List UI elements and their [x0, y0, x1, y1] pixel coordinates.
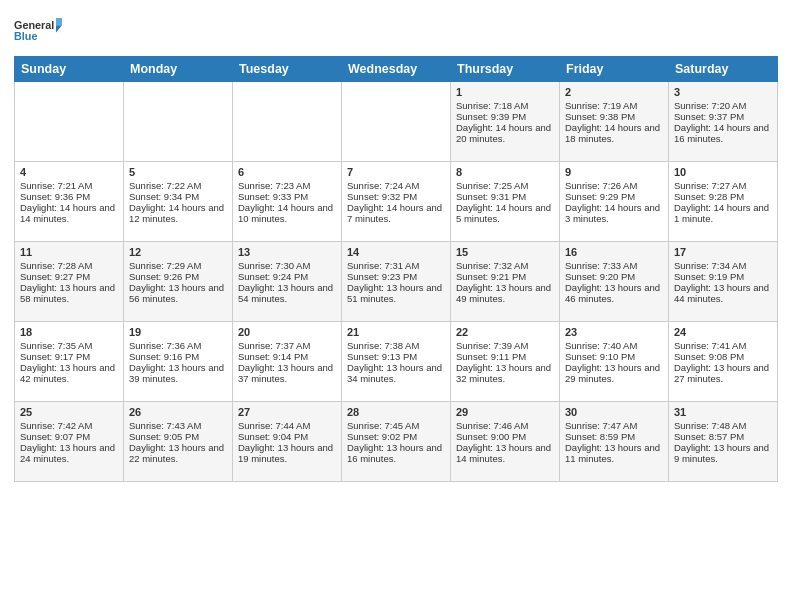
- calendar-cell: 17Sunrise: 7:34 AMSunset: 9:19 PMDayligh…: [669, 242, 778, 322]
- calendar-cell: 16Sunrise: 7:33 AMSunset: 9:20 PMDayligh…: [560, 242, 669, 322]
- day-info: Sunset: 9:20 PM: [565, 271, 663, 282]
- day-info: Sunset: 9:17 PM: [20, 351, 118, 362]
- day-number: 10: [674, 166, 772, 178]
- day-info: Daylight: 13 hours and 9 minutes.: [674, 442, 772, 464]
- col-header-sunday: Sunday: [15, 57, 124, 82]
- day-info: Daylight: 13 hours and 37 minutes.: [238, 362, 336, 384]
- day-info: Daylight: 13 hours and 24 minutes.: [20, 442, 118, 464]
- day-info: Sunrise: 7:18 AM: [456, 100, 554, 111]
- day-info: Sunrise: 7:27 AM: [674, 180, 772, 191]
- day-info: Daylight: 14 hours and 12 minutes.: [129, 202, 227, 224]
- day-info: Daylight: 13 hours and 32 minutes.: [456, 362, 554, 384]
- calendar-cell: [124, 82, 233, 162]
- day-info: Daylight: 13 hours and 54 minutes.: [238, 282, 336, 304]
- day-info: Sunrise: 7:40 AM: [565, 340, 663, 351]
- day-info: Sunset: 9:19 PM: [674, 271, 772, 282]
- day-number: 14: [347, 246, 445, 258]
- col-header-tuesday: Tuesday: [233, 57, 342, 82]
- calendar-cell: 14Sunrise: 7:31 AMSunset: 9:23 PMDayligh…: [342, 242, 451, 322]
- day-number: 17: [674, 246, 772, 258]
- day-info: Daylight: 14 hours and 7 minutes.: [347, 202, 445, 224]
- day-number: 7: [347, 166, 445, 178]
- calendar-cell: 27Sunrise: 7:44 AMSunset: 9:04 PMDayligh…: [233, 402, 342, 482]
- day-info: Sunrise: 7:30 AM: [238, 260, 336, 271]
- day-info: Sunrise: 7:36 AM: [129, 340, 227, 351]
- day-info: Sunrise: 7:39 AM: [456, 340, 554, 351]
- day-info: Sunset: 9:36 PM: [20, 191, 118, 202]
- calendar-cell: 1Sunrise: 7:18 AMSunset: 9:39 PMDaylight…: [451, 82, 560, 162]
- calendar-cell: 22Sunrise: 7:39 AMSunset: 9:11 PMDayligh…: [451, 322, 560, 402]
- day-info: Sunset: 9:34 PM: [129, 191, 227, 202]
- day-info: Sunset: 9:14 PM: [238, 351, 336, 362]
- day-info: Sunrise: 7:23 AM: [238, 180, 336, 191]
- day-info: Sunset: 9:26 PM: [129, 271, 227, 282]
- page: General Blue SundayMondayTuesdayWednesda…: [0, 0, 792, 490]
- calendar-cell: 18Sunrise: 7:35 AMSunset: 9:17 PMDayligh…: [15, 322, 124, 402]
- header-row: General Blue: [14, 10, 778, 50]
- day-info: Sunrise: 7:19 AM: [565, 100, 663, 111]
- col-header-monday: Monday: [124, 57, 233, 82]
- calendar-cell: 29Sunrise: 7:46 AMSunset: 9:00 PMDayligh…: [451, 402, 560, 482]
- calendar-cell: 10Sunrise: 7:27 AMSunset: 9:28 PMDayligh…: [669, 162, 778, 242]
- day-number: 21: [347, 326, 445, 338]
- calendar-cell: 28Sunrise: 7:45 AMSunset: 9:02 PMDayligh…: [342, 402, 451, 482]
- calendar-cell: 2Sunrise: 7:19 AMSunset: 9:38 PMDaylight…: [560, 82, 669, 162]
- day-info: Sunrise: 7:26 AM: [565, 180, 663, 191]
- calendar-cell: [342, 82, 451, 162]
- day-info: Daylight: 13 hours and 58 minutes.: [20, 282, 118, 304]
- day-info: Daylight: 14 hours and 16 minutes.: [674, 122, 772, 144]
- day-number: 31: [674, 406, 772, 418]
- day-number: 13: [238, 246, 336, 258]
- calendar-cell: 31Sunrise: 7:48 AMSunset: 8:57 PMDayligh…: [669, 402, 778, 482]
- day-info: Sunrise: 7:41 AM: [674, 340, 772, 351]
- day-info: Sunset: 9:32 PM: [347, 191, 445, 202]
- day-number: 27: [238, 406, 336, 418]
- day-info: Sunrise: 7:35 AM: [20, 340, 118, 351]
- day-info: Sunrise: 7:37 AM: [238, 340, 336, 351]
- calendar-table: SundayMondayTuesdayWednesdayThursdayFrid…: [14, 56, 778, 482]
- day-info: Sunrise: 7:47 AM: [565, 420, 663, 431]
- day-number: 22: [456, 326, 554, 338]
- day-info: Daylight: 13 hours and 19 minutes.: [238, 442, 336, 464]
- day-number: 8: [456, 166, 554, 178]
- day-info: Sunset: 9:37 PM: [674, 111, 772, 122]
- calendar-cell: 21Sunrise: 7:38 AMSunset: 9:13 PMDayligh…: [342, 322, 451, 402]
- calendar-cell: 3Sunrise: 7:20 AMSunset: 9:37 PMDaylight…: [669, 82, 778, 162]
- day-info: Sunset: 9:16 PM: [129, 351, 227, 362]
- day-info: Daylight: 13 hours and 11 minutes.: [565, 442, 663, 464]
- col-header-saturday: Saturday: [669, 57, 778, 82]
- day-info: Sunrise: 7:24 AM: [347, 180, 445, 191]
- day-info: Daylight: 13 hours and 42 minutes.: [20, 362, 118, 384]
- svg-marker-2: [56, 18, 62, 25]
- day-number: 6: [238, 166, 336, 178]
- day-info: Sunrise: 7:43 AM: [129, 420, 227, 431]
- day-info: Sunset: 9:02 PM: [347, 431, 445, 442]
- day-number: 1: [456, 86, 554, 98]
- calendar-cell: 19Sunrise: 7:36 AMSunset: 9:16 PMDayligh…: [124, 322, 233, 402]
- day-number: 12: [129, 246, 227, 258]
- day-info: Daylight: 13 hours and 34 minutes.: [347, 362, 445, 384]
- day-info: Sunrise: 7:20 AM: [674, 100, 772, 111]
- day-number: 15: [456, 246, 554, 258]
- day-number: 11: [20, 246, 118, 258]
- day-info: Daylight: 13 hours and 44 minutes.: [674, 282, 772, 304]
- day-info: Daylight: 13 hours and 49 minutes.: [456, 282, 554, 304]
- day-info: Sunrise: 7:32 AM: [456, 260, 554, 271]
- day-info: Daylight: 13 hours and 56 minutes.: [129, 282, 227, 304]
- day-info: Sunset: 8:59 PM: [565, 431, 663, 442]
- day-number: 3: [674, 86, 772, 98]
- day-info: Daylight: 14 hours and 3 minutes.: [565, 202, 663, 224]
- day-number: 23: [565, 326, 663, 338]
- day-info: Sunset: 9:39 PM: [456, 111, 554, 122]
- calendar-cell: 4Sunrise: 7:21 AMSunset: 9:36 PMDaylight…: [15, 162, 124, 242]
- calendar-cell: 20Sunrise: 7:37 AMSunset: 9:14 PMDayligh…: [233, 322, 342, 402]
- day-info: Sunset: 9:00 PM: [456, 431, 554, 442]
- day-info: Daylight: 14 hours and 20 minutes.: [456, 122, 554, 144]
- day-info: Sunrise: 7:44 AM: [238, 420, 336, 431]
- day-number: 2: [565, 86, 663, 98]
- calendar-cell: 25Sunrise: 7:42 AMSunset: 9:07 PMDayligh…: [15, 402, 124, 482]
- day-number: 24: [674, 326, 772, 338]
- day-info: Sunset: 9:31 PM: [456, 191, 554, 202]
- day-info: Sunset: 9:05 PM: [129, 431, 227, 442]
- day-info: Daylight: 14 hours and 18 minutes.: [565, 122, 663, 144]
